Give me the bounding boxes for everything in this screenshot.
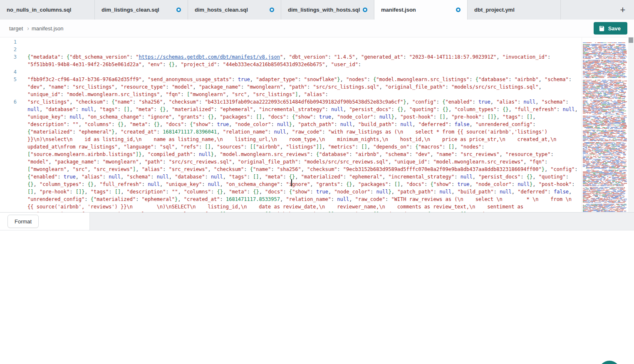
- tab-label: no_nulls_in_columns.sql: [7, 7, 71, 13]
- code-line: 6 "src_listings", "checksum": {"name": "…: [0, 98, 582, 212]
- line-number: 4: [0, 68, 17, 76]
- vertical-scrollbar[interactable]: [628, 37, 634, 212]
- unsaved-changes-dot-icon: [176, 7, 181, 12]
- format-button[interactable]: Format: [7, 215, 39, 228]
- code-line: 1: [0, 38, 582, 46]
- tab-label: dim_hosts_clean.sql: [195, 7, 248, 13]
- tab-dbt-project-yml[interactable]: dbt_project.yml: [468, 0, 561, 20]
- tab-label: dbt_project.yml: [474, 7, 515, 13]
- line-number: 6: [0, 98, 17, 106]
- breadcrumb-file: manifest.json: [32, 25, 64, 32]
- tab-dim-listings-with-hosts[interactable]: dim_listings_with_hosts.sql: [281, 0, 374, 20]
- code-line-text: "fbb9f3c2-cf96-4a17-b736-976a62d35ff9", …: [27, 76, 582, 98]
- line-number: 2: [0, 46, 17, 53]
- breadcrumb-folder: target: [9, 25, 23, 32]
- code-line-text: {"metadata": {"dbt_schema_version": "htt…: [27, 53, 582, 68]
- file-header-row: target › manifest.json Save: [0, 20, 634, 37]
- tab-label: dim_listings_with_hosts.sql: [288, 7, 360, 13]
- unsaved-changes-dot-icon: [456, 7, 461, 12]
- results-pane: [0, 230, 634, 364]
- tab-label: dim_listings_clean.sql: [102, 7, 159, 13]
- line-number: 3: [0, 53, 17, 61]
- scrollbar-thumb[interactable]: [629, 37, 633, 43]
- save-button[interactable]: Save: [594, 22, 627, 35]
- code-line-text: [27, 68, 582, 76]
- save-button-label: Save: [608, 25, 621, 32]
- code-line: 2: [0, 46, 582, 53]
- chevron-right-icon: ›: [27, 25, 29, 32]
- code-line: 5 "fbb9f3c2-cf96-4a17-b736-976a62d35ff9"…: [0, 76, 582, 98]
- line-number: 1: [0, 38, 17, 46]
- tab-manifest-json[interactable]: manifest.json: [374, 0, 468, 20]
- code-line-text: "src_listings", "checksum": {"name": "sh…: [27, 98, 582, 212]
- unsaved-changes-dot-icon: [363, 7, 367, 12]
- help-fab-button[interactable]: [599, 361, 620, 364]
- line-number: 5: [0, 76, 17, 83]
- floppy-disk-icon: [599, 25, 605, 32]
- results-toolbar: Format: [0, 212, 634, 230]
- tab-no-nulls-in-columns[interactable]: no_nulls_in_columns.sql: [0, 0, 95, 20]
- tab-dim-hosts-clean[interactable]: dim_hosts_clean.sql: [188, 0, 281, 20]
- minimap[interactable]: [582, 37, 628, 212]
- ide-window: no_nulls_in_columns.sql dim_listings_cle…: [0, 0, 634, 364]
- editor-area: 1 2 3 {"metadata": {"dbt_schema_version"…: [0, 37, 634, 212]
- breadcrumb: target › manifest.json: [9, 25, 64, 32]
- tab-label: manifest.json: [381, 7, 416, 13]
- results-toolbar-left: Format: [0, 213, 90, 230]
- tab-bar: no_nulls_in_columns.sql dim_listings_cle…: [0, 0, 634, 20]
- text-cursor: [291, 179, 292, 186]
- minimap-canvas: [582, 37, 627, 212]
- new-tab-button[interactable]: +: [616, 0, 630, 20]
- code-editor[interactable]: 1 2 3 {"metadata": {"dbt_schema_version"…: [0, 37, 582, 212]
- unsaved-changes-dot-icon: [270, 7, 274, 12]
- code-line-text: [27, 46, 582, 53]
- code-line-text: [27, 38, 582, 46]
- code-line: 4: [0, 68, 582, 76]
- code-line: 3 {"metadata": {"dbt_schema_version": "h…: [0, 53, 582, 68]
- tab-dim-listings-clean[interactable]: dim_listings_clean.sql: [95, 0, 188, 20]
